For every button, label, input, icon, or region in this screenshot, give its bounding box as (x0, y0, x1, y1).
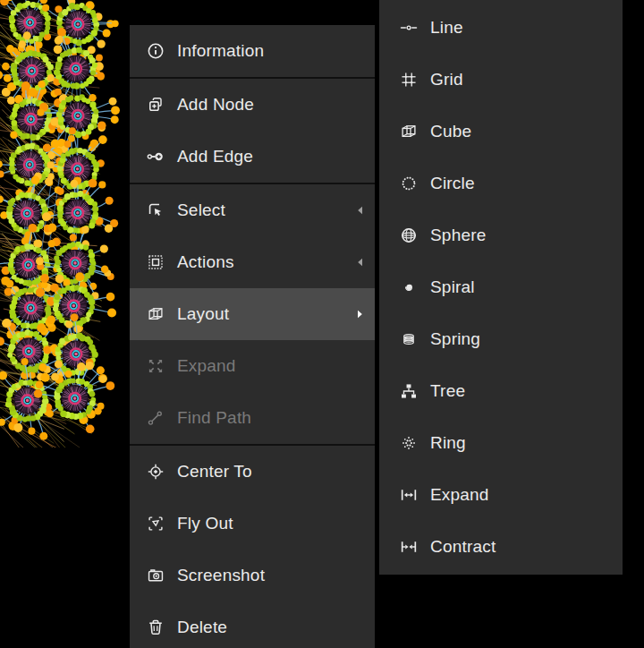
cube-icon (146, 305, 165, 324)
menu-item-label: Delete (177, 618, 364, 637)
menu-section-tools: Select Actions (130, 184, 375, 446)
menu-item-label: Add Edge (177, 147, 364, 166)
menu-item-label: Actions (177, 252, 355, 272)
submenu-item-line[interactable]: Line (379, 2, 623, 54)
menu-item-find-path: Find Path (130, 392, 375, 444)
menu-item-label: Add Node (177, 95, 364, 115)
sphere-icon (399, 226, 418, 245)
add-edge-icon (146, 148, 165, 166)
menu-item-label: Expand (177, 356, 364, 376)
menu-section-edit: Add Node Add Edge (130, 79, 375, 184)
center-target-icon (146, 463, 165, 482)
context-menu: Information Add Node (130, 25, 375, 648)
menu-item-label: Find Path (177, 408, 364, 428)
menu-section-view: Center To Fly Out Screenshot (130, 446, 375, 648)
submenu-item-ring[interactable]: Ring (379, 417, 623, 469)
submenu-item-label: Spring (430, 329, 612, 349)
menu-item-label: Information (177, 41, 364, 61)
contract-horizontal-icon (399, 538, 418, 557)
submenu-item-label: Line (430, 18, 612, 38)
grid-icon (399, 71, 418, 90)
menu-item-label: Center To (177, 462, 364, 482)
line-icon (399, 19, 418, 38)
submenu-item-label: Grid (430, 70, 612, 90)
menu-item-label: Screenshot (177, 566, 364, 585)
submenu-item-label: Sphere (430, 226, 612, 245)
submenu-item-label: Circle (430, 174, 612, 193)
menu-section-info: Information (130, 25, 375, 79)
submenu-item-label: Cube (430, 122, 612, 141)
menu-item-information[interactable]: Information (130, 25, 375, 77)
menu-item-expand: Expand (130, 340, 375, 392)
submenu-open-arrow-icon (355, 309, 364, 320)
submenu-item-expand[interactable]: Expand (379, 469, 623, 521)
trash-icon (146, 618, 165, 637)
menu-item-label: Select (177, 200, 355, 220)
expand-arrows-icon (146, 357, 165, 376)
submenu-item-spring[interactable]: Spring (379, 313, 623, 365)
expand-horizontal-icon (399, 486, 418, 505)
menu-item-label: Layout (177, 304, 355, 324)
add-node-icon (146, 96, 165, 115)
spring-coil-icon (399, 330, 418, 349)
path-icon (146, 409, 165, 428)
menu-item-add-edge[interactable]: Add Edge (130, 131, 375, 183)
submenu-item-spiral[interactable]: Spiral (379, 261, 623, 313)
menu-item-center-to[interactable]: Center To (130, 446, 375, 498)
info-icon (146, 42, 165, 61)
layout-submenu: Line Grid (379, 0, 623, 575)
dotted-circle-icon (399, 175, 418, 193)
menu-item-label: Fly Out (177, 514, 364, 533)
submenu-item-tree[interactable]: Tree (379, 365, 623, 417)
submenu-item-label: Expand (430, 485, 612, 505)
submenu-item-label: Tree (430, 381, 612, 401)
submenu-item-cube[interactable]: Cube (379, 106, 623, 158)
ring-dots-icon (399, 434, 418, 453)
graph-visualization[interactable] (0, 0, 125, 448)
submenu-left-arrow-icon (355, 257, 364, 268)
submenu-item-contract[interactable]: Contract (379, 521, 623, 573)
submenu-item-circle[interactable]: Circle (379, 158, 623, 209)
submenu-item-sphere[interactable]: Sphere (379, 209, 623, 261)
menu-item-actions[interactable]: Actions (130, 236, 375, 288)
fly-out-icon (146, 515, 165, 533)
submenu-left-arrow-icon (355, 205, 364, 216)
cube-icon (399, 123, 418, 141)
submenu-item-grid[interactable]: Grid (379, 54, 623, 106)
menu-item-add-node[interactable]: Add Node (130, 79, 375, 131)
spiral-icon (399, 278, 418, 297)
select-cursor-icon (146, 201, 165, 220)
camera-icon (146, 567, 165, 585)
menu-item-fly-out[interactable]: Fly Out (130, 498, 375, 550)
submenu-item-label: Ring (430, 433, 612, 453)
submenu-item-label: Contract (430, 537, 612, 557)
menu-item-screenshot[interactable]: Screenshot (130, 550, 375, 601)
menu-item-layout[interactable]: Layout (130, 288, 375, 340)
menu-item-select[interactable]: Select (130, 184, 375, 236)
menu-item-delete[interactable]: Delete (130, 601, 375, 648)
submenu-item-label: Spiral (430, 277, 612, 297)
tree-icon (399, 382, 418, 401)
actions-marquee-icon (146, 253, 165, 272)
